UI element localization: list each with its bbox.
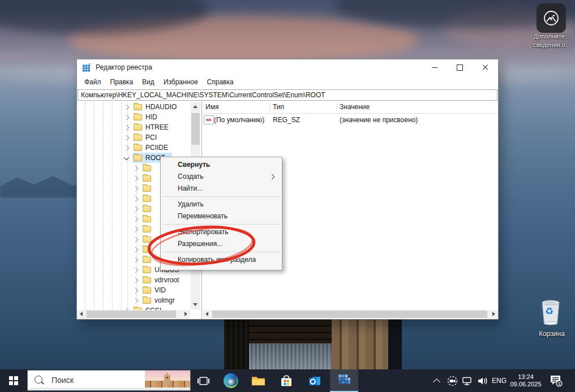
column-header-type[interactable]: Тип (273, 103, 284, 111)
column-separator[interactable] (337, 103, 337, 112)
tree-item-vdrvroot[interactable]: vdrvroot (77, 275, 190, 285)
registry-editor-taskbar-button-active[interactable] (330, 369, 358, 392)
notification-center-button[interactable]: 1 (546, 369, 566, 392)
scroll-right-arrow[interactable] (184, 312, 187, 316)
menu-favorites[interactable]: Избранное (159, 76, 203, 88)
menu-item-find[interactable]: Найти... (161, 183, 282, 195)
column-separator[interactable] (270, 103, 271, 112)
recycle-bin-label[interactable]: Корзина (531, 330, 573, 338)
menu-file[interactable]: Файл (80, 76, 106, 88)
edge-icon (224, 373, 238, 388)
start-button[interactable] (0, 369, 27, 392)
scroll-up-arrow[interactable] (193, 105, 198, 108)
desktop-shortcut-label[interactable]: Дополните... (530, 33, 574, 40)
chevron-down-icon[interactable] (124, 155, 130, 161)
network-tray-button[interactable] (461, 369, 474, 392)
menu-edit[interactable]: Правка (106, 76, 138, 88)
value-data: (значение не присвоено) (340, 116, 418, 124)
menu-item-collapse[interactable]: Свернуть (161, 159, 282, 171)
chevron-right-icon[interactable] (133, 257, 139, 263)
chevron-right-icon[interactable] (124, 125, 130, 131)
chevron-right-icon[interactable] (124, 105, 130, 110)
search-input[interactable] (50, 371, 149, 389)
tree-item-label: VID (155, 286, 166, 294)
registry-editor-window: Редактор реестра Файл Правка Вид Избранн… (76, 59, 499, 320)
chevron-right-icon[interactable] (133, 247, 139, 253)
column-header-name[interactable]: Имя (205, 103, 218, 111)
chevron-right-icon[interactable] (133, 166, 139, 171)
scrollbar-thumb[interactable] (212, 311, 487, 318)
chevron-right-icon[interactable] (124, 115, 130, 120)
language-indicator[interactable]: ENG (490, 369, 508, 392)
pier-right-beam (332, 320, 388, 369)
outlook-icon (308, 374, 322, 388)
menu-separator (162, 252, 281, 252)
minimize-button[interactable] (422, 59, 447, 75)
menu-view[interactable]: Вид (138, 76, 159, 88)
volume-icon (477, 376, 488, 386)
menu-item-create[interactable]: Создать (161, 171, 282, 183)
edge-button[interactable] (223, 369, 239, 392)
chevron-right-icon[interactable] (133, 186, 139, 192)
bing-daily-image[interactable] (145, 371, 190, 388)
folder-icon (134, 124, 142, 131)
scroll-right-arrow[interactable] (492, 312, 495, 316)
tree-item-hdaudio[interactable]: HDAUDIO (77, 102, 190, 112)
close-button[interactable] (473, 59, 498, 75)
menu-item-export[interactable]: Экспортировать (161, 226, 282, 238)
tree-item-pci[interactable]: PCI (77, 132, 190, 143)
tree-item-pciide[interactable]: PCIIDE (77, 143, 190, 153)
desktop-shortcut-label[interactable]: сведения о... (530, 41, 574, 48)
wallpaper-pier (224, 320, 402, 369)
tree-item-hid[interactable]: HID (77, 112, 190, 122)
chevron-right-icon[interactable] (133, 217, 139, 222)
clock-date: 09.06.2025 (510, 381, 541, 388)
maximize-button[interactable] (447, 59, 473, 75)
scroll-left-arrow[interactable] (80, 312, 83, 316)
tray-show-hidden-icons-button[interactable] (430, 369, 443, 392)
chevron-right-icon[interactable] (133, 227, 139, 232)
chevron-right-icon[interactable] (124, 135, 130, 141)
search-box[interactable] (27, 370, 191, 391)
desktop-shortcut-info-icon[interactable] (537, 3, 566, 33)
address-bar[interactable]: Компьютер\HKEY_LOCAL_MACHINE\SYSTEM\Curr… (78, 89, 497, 101)
recycle-bin-icon[interactable]: ♻ (538, 296, 566, 329)
tree-item-htree[interactable]: HTREE (77, 122, 190, 132)
scrollbar-thumb[interactable] (87, 311, 176, 318)
folder-icon (143, 267, 151, 273)
scroll-down-arrow[interactable] (193, 303, 198, 306)
menu-item-copy-key-name[interactable]: Копировать имя раздела (161, 254, 282, 266)
column-header-value[interactable]: Значение (340, 103, 370, 111)
registry-value-row[interactable]: ab (По умолчанию) REG_SZ (значение не пр… (202, 115, 498, 125)
list-horizontal-scrollbar[interactable] (203, 310, 498, 318)
menu-item-rename[interactable]: Переименовать (161, 210, 282, 222)
outlook-button[interactable] (307, 369, 323, 392)
scrollbar-thumb[interactable] (191, 113, 200, 145)
tree-item-scsi[interactable]: SCSI (77, 305, 190, 310)
chevron-right-icon[interactable] (133, 298, 139, 304)
chevron-right-icon[interactable] (133, 288, 139, 294)
chevron-right-icon[interactable] (133, 176, 139, 182)
taskbar-clock[interactable]: 13:24 09.06.2025 (508, 369, 543, 392)
tree-item-volmgr[interactable]: volmgr (77, 295, 190, 305)
chevron-right-icon[interactable] (133, 268, 139, 273)
chevron-right-icon[interactable] (133, 206, 139, 212)
menu-help[interactable]: Справка (203, 76, 238, 88)
tree-item-vid[interactable]: VID (77, 285, 190, 295)
tree-item-label: PCI (145, 133, 157, 141)
menu-item-delete[interactable]: Удалить (161, 199, 282, 210)
file-explorer-button[interactable] (250, 369, 266, 392)
task-view-button[interactable] (196, 369, 211, 392)
chevron-right-icon[interactable] (133, 196, 139, 202)
chevron-right-icon[interactable] (133, 278, 139, 283)
menu-item-permissions[interactable]: Разрешения... (161, 238, 282, 250)
scroll-left-arrow[interactable] (205, 312, 208, 316)
window-titlebar[interactable]: Редактор реестра (77, 59, 498, 75)
folder-icon (143, 165, 151, 171)
volume-tray-button[interactable] (477, 369, 489, 392)
meet-now-button[interactable] (446, 369, 458, 392)
tree-horizontal-scrollbar[interactable] (77, 310, 190, 318)
chevron-right-icon[interactable] (133, 237, 139, 243)
chevron-right-icon[interactable] (124, 145, 130, 151)
microsoft-store-button[interactable] (278, 369, 294, 392)
